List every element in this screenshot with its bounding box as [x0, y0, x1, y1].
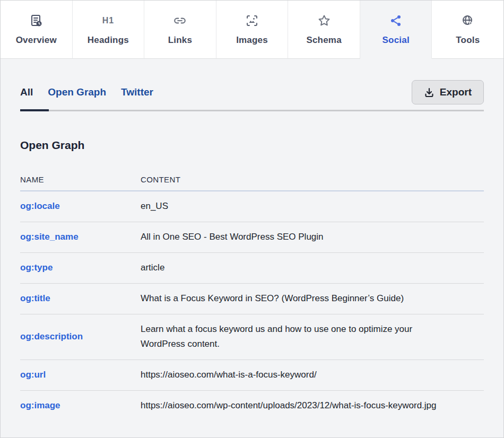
tab-overview[interactable]: Overview [1, 1, 73, 59]
table-header: NAME CONTENT [20, 175, 484, 191]
subtab-all[interactable]: All [20, 86, 33, 98]
export-button[interactable]: Export [412, 80, 484, 104]
section-title: Open Graph [20, 139, 484, 152]
meta-name-link[interactable]: og:url [20, 367, 141, 383]
image-frame-icon [245, 13, 259, 28]
globe-cursor-icon [461, 13, 475, 28]
tab-images-label: Images [236, 35, 268, 46]
table-row: og:locale en_US [20, 191, 484, 222]
download-icon [424, 87, 435, 98]
table-row: og:image https://aioseo.com/wp-content/u… [20, 391, 484, 421]
meta-content: All in One SEO - Best WordPress SEO Plug… [141, 230, 459, 245]
tab-social-label: Social [383, 35, 410, 46]
tab-links-label: Links [168, 35, 192, 46]
table-row: og:url https://aioseo.com/what-is-a-focu… [20, 360, 484, 391]
meta-content: https://aioseo.com/what-is-a-focus-keywo… [141, 367, 459, 383]
star-icon [317, 13, 331, 28]
share-icon [389, 13, 403, 28]
document-clock-icon [29, 13, 43, 28]
table-row: og:site_name All in One SEO - Best WordP… [20, 222, 484, 253]
h1-icon: H1 [102, 13, 114, 28]
active-subtab-marker [20, 109, 49, 111]
column-header-content: CONTENT [141, 175, 484, 184]
export-button-label: Export [440, 86, 472, 98]
social-tab-content: All Open Graph Twitter Export Open Graph [1, 80, 503, 421]
meta-content: en_US [141, 199, 459, 214]
meta-name-link[interactable]: og:locale [20, 199, 141, 214]
tab-social[interactable]: Social [360, 1, 432, 59]
meta-name-link[interactable]: og:description [20, 329, 141, 345]
meta-name-link[interactable]: og:type [20, 260, 141, 276]
subtab-bar: All Open Graph Twitter [20, 86, 153, 98]
tab-headings[interactable]: H1 Headings [73, 1, 145, 59]
tab-tools[interactable]: Tools [432, 1, 503, 59]
meta-content: What is a Focus Keyword in SEO? (WordPre… [141, 291, 459, 306]
subtab-underline [20, 110, 484, 111]
main-tab-bar: Overview H1 Headings Links [1, 1, 503, 59]
subtab-twitter[interactable]: Twitter [121, 86, 153, 98]
seo-analyzer-panel: Overview H1 Headings Links [0, 0, 504, 438]
tab-schema[interactable]: Schema [288, 1, 360, 59]
tab-headings-label: Headings [88, 35, 129, 46]
tab-overview-label: Overview [16, 35, 57, 46]
tab-links[interactable]: Links [144, 1, 216, 59]
tab-tools-label: Tools [456, 35, 480, 46]
tab-images[interactable]: Images [216, 1, 289, 59]
meta-content: article [141, 260, 459, 276]
subtab-open-graph[interactable]: Open Graph [48, 86, 106, 98]
meta-content: https://aioseo.com/wp-content/uploads/20… [141, 398, 459, 414]
table-row: og:type article [20, 253, 484, 284]
meta-content: Learn what a focus keyword us and how to… [141, 322, 459, 353]
meta-name-link[interactable]: og:image [20, 398, 141, 414]
meta-name-link[interactable]: og:site_name [20, 230, 141, 245]
meta-name-link[interactable]: og:title [20, 291, 141, 306]
link-icon [173, 13, 187, 28]
table-row: og:description Learn what a focus keywor… [20, 314, 484, 361]
subtab-row: All Open Graph Twitter Export [20, 80, 484, 104]
column-header-name: NAME [20, 175, 141, 184]
table-row: og:title What is a Focus Keyword in SEO?… [20, 284, 484, 314]
tab-schema-label: Schema [306, 35, 341, 46]
